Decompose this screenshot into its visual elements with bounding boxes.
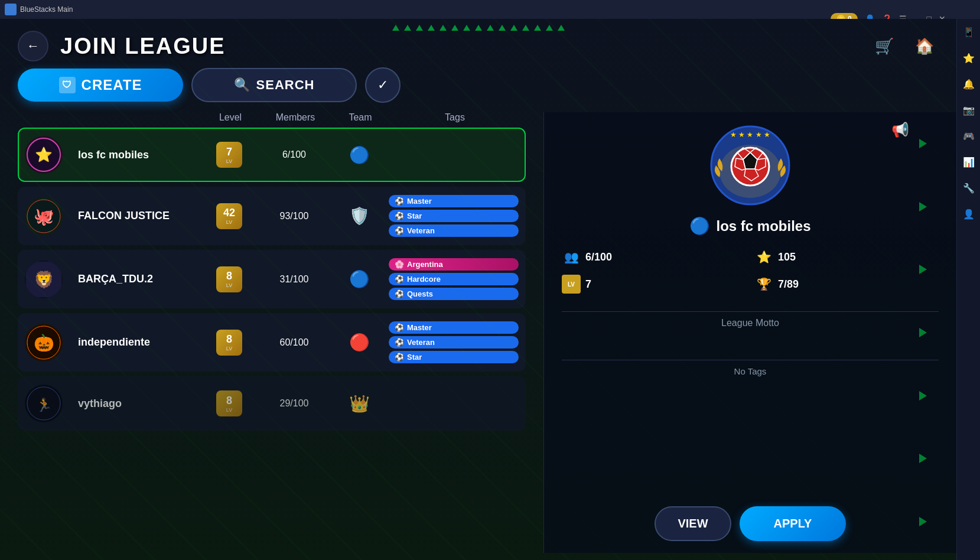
bs-icon-4[interactable]: 📷 (961, 102, 977, 118)
header-avatar (24, 112, 71, 123)
detail-tags-section: No Tags (734, 366, 767, 376)
view-button[interactable]: VIEW (655, 506, 731, 541)
detail-stat-trophies: 🏆 7/89 (754, 275, 939, 294)
bs-icon-2[interactable]: ⭐ (961, 50, 977, 66)
game-header: ← JOIN LEAGUE 🛒 🏠 (0, 19, 956, 67)
shield-icon: 🛡 (59, 77, 76, 93)
svg-text:🏃: 🏃 (36, 397, 53, 413)
detail-panel: 📢 ★ ★ ★ ★ ★ (543, 112, 956, 553)
league-team: 🔵 (330, 142, 389, 168)
league-level: 7 LV (200, 142, 259, 168)
tri-r-4 (919, 328, 927, 337)
level-badge: 8 LV (216, 330, 242, 356)
league-tags: 🌸 Argentina ⚽ Hardcore ⚽ Quests (389, 258, 519, 300)
list-headers: Level Members Team Tags (18, 112, 526, 128)
bs-icon-1[interactable]: 📱 (961, 24, 977, 40)
page-title: JOIN LEAGUE (60, 34, 226, 59)
league-name: los fc mobiles (72, 149, 200, 161)
league-item[interactable]: 🏃 vythiago 8 LV 29/100 👑 (18, 376, 526, 431)
league-items: ⭐ los fc mobiles 7 LV 6/100 🔵 (18, 128, 526, 431)
league-motto-label: League Motto (721, 318, 779, 328)
bs-sidebar: 📱 ⭐ 🔔 📷 🎮 📊 🔧 👤 (956, 19, 980, 560)
side-triangles (919, 112, 927, 553)
detail-league-info: 🔵 los fc mobiles (689, 216, 810, 236)
app-title: BlueStacks Main (20, 5, 73, 14)
league-list-section: Level Members Team Tags ⭐ (0, 112, 543, 553)
team-badge: 🔵 (346, 142, 372, 168)
star-stat-icon: ⭐ (754, 248, 773, 266)
league-tags: ⚽ Master ⚽ Star ⚽ Veteran (389, 195, 519, 237)
team-badge: 🔵 (346, 266, 372, 292)
detail-stat-members: 👥 6/100 (562, 248, 746, 266)
team-badge: 🔴 (346, 330, 372, 356)
league-item[interactable]: ⭐ los fc mobiles 7 LV 6/100 🔵 (18, 128, 526, 182)
search-label: SEARCH (256, 77, 315, 93)
detail-divider (562, 311, 939, 312)
league-level: 8 LV (200, 266, 259, 292)
league-name: vythiago (72, 398, 200, 410)
home-button[interactable]: 🏠 (910, 32, 939, 60)
bs-icon-3[interactable]: 🔔 (961, 76, 977, 92)
trophies-stat-value: 7/89 (778, 278, 799, 291)
bs-icon-6[interactable]: 📊 (961, 154, 977, 170)
check-icon: ✓ (377, 77, 388, 93)
header-team: Team (331, 112, 390, 123)
header-members: Members (260, 112, 331, 123)
tri-r-1 (919, 139, 927, 148)
search-icon: 🔍 (234, 77, 250, 93)
team-badge: 🛡️ (346, 203, 372, 229)
create-label: CREATE (82, 77, 142, 93)
bs-icon-8[interactable]: 👤 (961, 206, 977, 222)
header-level: Level (201, 112, 260, 123)
check-button[interactable]: ✓ (365, 67, 401, 103)
league-level: 42 LV (200, 203, 259, 229)
members-stat-value: 6/100 (585, 251, 612, 263)
league-item[interactable]: 🦁 BARÇA_TDU.2 8 LV 31/100 🔵 (18, 250, 526, 308)
detail-stat-level: LV 7 (562, 275, 746, 294)
league-team: 🛡️ (330, 203, 389, 229)
bs-icon-7[interactable]: 🔧 (961, 180, 977, 196)
announcement-icon[interactable]: 📢 (891, 122, 909, 138)
league-members: 31/100 (259, 274, 330, 285)
team-badge: 👑 (346, 390, 372, 416)
tag-badge: ⚽ Master (389, 195, 519, 207)
detail-team-badge: 🔵 (689, 216, 710, 236)
league-avatar: 🎃 (25, 324, 63, 362)
league-members: 6/100 (259, 149, 330, 160)
cart-button[interactable]: 🛒 (870, 32, 898, 60)
league-level: 8 LV (200, 330, 259, 356)
tri-r-2 (919, 202, 927, 211)
league-name: FALCON JUSTICE (72, 210, 200, 222)
detail-stats: 👥 6/100 ⭐ 105 LV 7 🏆 7/89 (562, 248, 939, 294)
league-item[interactable]: 🎃 independiente 8 LV 60/100 🔴 (18, 313, 526, 372)
no-tags-label: No Tags (734, 366, 767, 376)
league-team: 🔴 (330, 330, 389, 356)
detail-motto (749, 334, 751, 344)
trophy-stat-icon: 🏆 (754, 275, 773, 294)
league-item[interactable]: 🐙 FALCON JUSTICE 42 LV 93/100 🛡 (18, 187, 526, 245)
create-button[interactable]: 🛡 CREATE (18, 69, 183, 102)
league-avatar: ⭐ (25, 136, 63, 174)
tag-badge: ⚽ Star (389, 351, 519, 363)
search-button[interactable]: 🔍 SEARCH (191, 68, 357, 102)
detail-divider-2 (562, 360, 939, 360)
titlebar: BlueStacks Main 🪙 0 👤 ❓ ☰ ─ □ ✕ (0, 0, 980, 19)
tag-badge: ⚽ Veteran (389, 224, 519, 237)
league-name: independiente (72, 336, 200, 349)
header-icons: 🛒 🏠 (870, 32, 939, 60)
tag-badge: ⚽ Master (389, 321, 519, 334)
back-button[interactable]: ← (18, 31, 48, 61)
tri-r-6 (919, 454, 927, 463)
detail-actions: VIEW APPLY (655, 506, 846, 541)
apply-button[interactable]: APPLY (740, 506, 846, 541)
league-avatar: 🏃 (25, 385, 63, 422)
svg-text:⭐: ⭐ (35, 146, 53, 163)
main-container: ← JOIN LEAGUE 🛒 🏠 🛡 CREATE 🔍 SEARCH ✓ (0, 19, 980, 560)
bs-icon-5[interactable]: 🎮 (961, 128, 977, 144)
header-name (71, 112, 201, 123)
detail-league-name: los fc mobiles (716, 218, 810, 235)
league-avatar: 🐙 (25, 197, 63, 235)
tag-badge-hardcore: ⚽ Hardcore (389, 273, 519, 285)
level-stat-value: 7 (585, 278, 591, 291)
league-team: 👑 (330, 390, 389, 416)
